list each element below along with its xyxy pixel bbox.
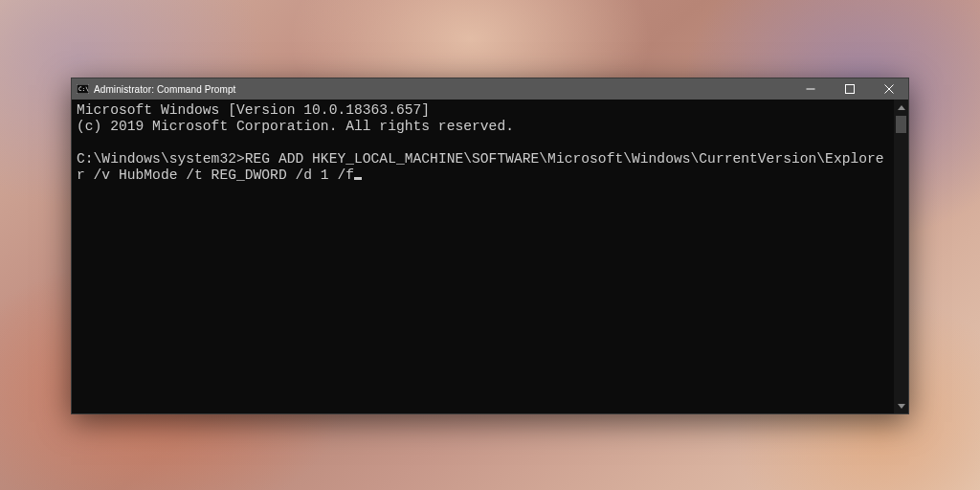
- version-line: Microsoft Windows [Version 10.0.18363.65…: [77, 102, 430, 118]
- scroll-up-button[interactable]: [894, 100, 908, 115]
- maximize-icon: [845, 84, 855, 94]
- titlebar[interactable]: C:\ Administrator: Command Prompt: [72, 78, 908, 100]
- terminal-body[interactable]: Microsoft Windows [Version 10.0.18363.65…: [72, 100, 908, 413]
- scroll-down-icon: [898, 404, 905, 409]
- prompt-text: C:\Windows\system32>: [77, 151, 245, 167]
- close-button[interactable]: [869, 78, 908, 100]
- terminal-output: Microsoft Windows [Version 10.0.18363.65…: [77, 102, 891, 184]
- close-icon: [884, 84, 894, 94]
- svg-marker-7: [898, 404, 905, 409]
- scroll-up-icon: [898, 105, 905, 110]
- minimize-button[interactable]: [791, 78, 830, 100]
- copyright-line: (c) 2019 Microsoft Corporation. All righ…: [77, 119, 514, 134]
- scroll-thumb[interactable]: [896, 116, 906, 133]
- svg-rect-3: [845, 85, 854, 94]
- minimize-icon: [806, 84, 815, 94]
- command-prompt-window: C:\ Administrator: Command Prompt Micros…: [71, 78, 909, 414]
- text-cursor: [354, 177, 362, 180]
- maximize-button[interactable]: [830, 78, 869, 100]
- scroll-down-button[interactable]: [894, 398, 908, 413]
- svg-text:C:\: C:\: [78, 85, 89, 92]
- window-title: Administrator: Command Prompt: [94, 84, 236, 95]
- scrollbar[interactable]: [894, 100, 908, 413]
- svg-marker-6: [898, 105, 905, 110]
- cmd-icon: C:\: [77, 84, 89, 94]
